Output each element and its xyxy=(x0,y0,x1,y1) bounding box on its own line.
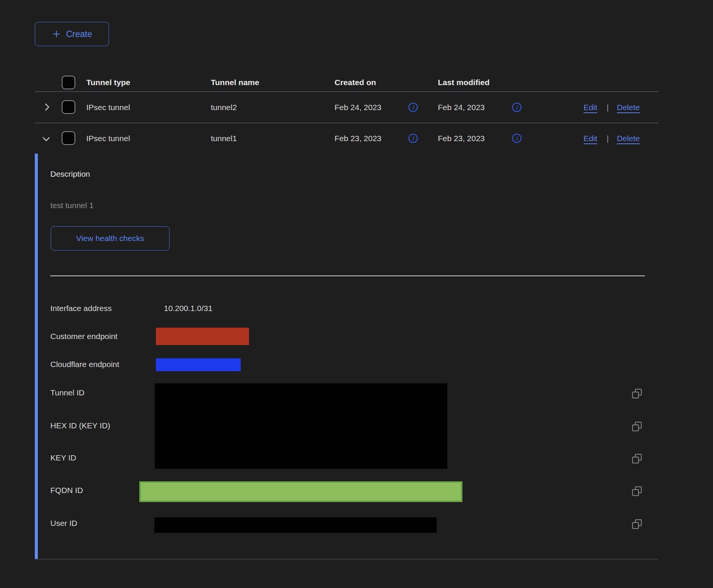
cloudflare-endpoint-redacted-value xyxy=(156,358,241,371)
row-divider xyxy=(35,123,659,123)
tunnel-id-label: Tunnel ID xyxy=(50,388,84,397)
hex-id-label: HEX ID (KEY ID) xyxy=(50,421,110,430)
user-id-label: User ID xyxy=(50,519,77,528)
panel-bottom-divider xyxy=(35,559,659,560)
cell-tunnel-name: tunnel1 xyxy=(211,134,237,143)
edit-link[interactable]: Edit xyxy=(584,103,597,112)
id-values-redacted-block xyxy=(155,383,447,469)
interface-address-label: Interface address xyxy=(50,304,112,313)
edit-link[interactable]: Edit xyxy=(584,134,597,143)
cell-last-modified: Feb 24, 2023 xyxy=(438,103,485,112)
action-separator: | xyxy=(607,103,609,112)
header-tunnel-name: Tunnel name xyxy=(211,78,259,87)
fqdn-id-label: FQDN ID xyxy=(50,486,83,495)
delete-link[interactable]: Delete xyxy=(617,134,640,143)
cell-created-on: Feb 24, 2023 xyxy=(335,103,381,112)
cloudflare-endpoint-label: Cloudflare endpoint xyxy=(50,360,119,369)
customer-endpoint-redacted-value xyxy=(156,328,249,345)
interface-address-value: 10.200.1.0/31 xyxy=(164,304,212,313)
header-last-modified: Last modified xyxy=(438,78,490,87)
cell-last-modified: Feb 23, 2023 xyxy=(438,134,485,143)
view-health-checks-label: View health checks xyxy=(76,234,144,243)
header-tunnel-type: Tunnel type xyxy=(86,78,130,87)
svg-text:i: i xyxy=(516,104,518,111)
info-icon[interactable]: i xyxy=(512,102,522,114)
copy-icon[interactable] xyxy=(631,485,643,497)
create-button[interactable]: Create xyxy=(35,22,109,46)
view-health-checks-button[interactable]: View health checks xyxy=(51,226,170,250)
tunnels-page: Create Tunnel type Tunnel name Created o… xyxy=(0,0,713,588)
chevron-down-icon[interactable] xyxy=(41,134,51,146)
cell-tunnel-type: IPsec tunnel xyxy=(86,134,130,143)
svg-text:i: i xyxy=(412,135,415,142)
description-value: test tunnel 1 xyxy=(50,201,93,210)
delete-link[interactable]: Delete xyxy=(617,103,640,112)
info-icon[interactable]: i xyxy=(408,102,418,114)
expanded-row-indicator-bar xyxy=(35,154,38,559)
action-separator: | xyxy=(607,134,609,143)
copy-icon[interactable] xyxy=(631,453,643,464)
header-divider xyxy=(35,91,659,92)
key-id-label: KEY ID xyxy=(50,453,76,462)
copy-icon[interactable] xyxy=(631,388,643,399)
copy-icon[interactable] xyxy=(631,518,643,530)
select-all-checkbox[interactable] xyxy=(62,76,75,89)
row-checkbox[interactable] xyxy=(62,131,75,145)
create-button-label: Create xyxy=(66,29,92,39)
info-icon[interactable]: i xyxy=(408,133,418,145)
fqdn-id-redacted-value xyxy=(139,481,462,502)
svg-text:i: i xyxy=(516,135,518,142)
cell-tunnel-name: tunnel2 xyxy=(211,103,237,112)
description-label: Description xyxy=(50,170,90,179)
chevron-right-icon[interactable] xyxy=(42,102,52,114)
cell-created-on: Feb 23, 2023 xyxy=(335,134,381,143)
cell-tunnel-type: IPsec tunnel xyxy=(86,103,130,112)
panel-divider xyxy=(50,275,645,276)
copy-icon[interactable] xyxy=(631,421,643,432)
info-icon[interactable]: i xyxy=(512,133,522,145)
customer-endpoint-label: Customer endpoint xyxy=(50,332,117,341)
plus-icon xyxy=(51,29,61,39)
row-checkbox[interactable] xyxy=(62,100,75,114)
header-created-on: Created on xyxy=(335,78,376,87)
user-id-redacted-value xyxy=(154,517,437,533)
svg-text:i: i xyxy=(412,104,415,111)
